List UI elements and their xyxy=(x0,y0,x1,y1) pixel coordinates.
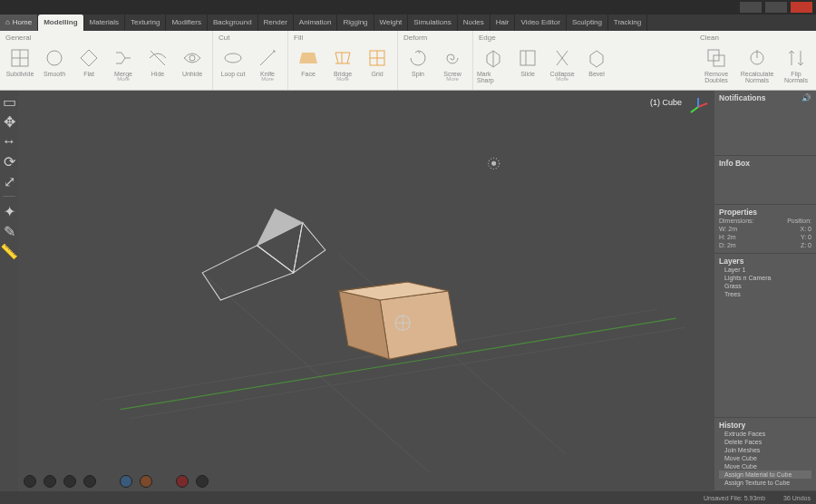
eye-icon xyxy=(180,45,205,71)
group-title: Cut xyxy=(217,33,284,44)
layer-item[interactable]: Trees xyxy=(719,290,811,298)
separator xyxy=(3,196,15,197)
tab-background[interactable]: Background xyxy=(208,15,258,31)
dim-w: W: 2m xyxy=(719,226,737,232)
tab-rigging[interactable]: Rigging xyxy=(337,15,374,31)
pivot-toggle[interactable] xyxy=(140,475,152,488)
bevel-button[interactable]: Bevel xyxy=(580,44,613,77)
grid-button[interactable]: Grid xyxy=(361,44,393,77)
status-undos: 36 Undos xyxy=(783,495,811,501)
shading-mode-2[interactable] xyxy=(44,475,56,488)
window-close-button[interactable] xyxy=(791,2,812,13)
layer-item[interactable]: Layer 1 xyxy=(719,266,811,274)
tab-home[interactable]: ⌂ Home xyxy=(0,15,38,31)
ribbon-group-fill: Fill Face BridgeMore Grid xyxy=(287,31,397,90)
move-tool[interactable]: ↔ xyxy=(2,134,16,149)
ribbon-group-deform: Deform Spin ScrewMore xyxy=(397,31,472,90)
history-item[interactable]: Assign Material to Cube xyxy=(719,470,811,479)
cursor-tool[interactable]: ✥ xyxy=(2,114,16,129)
history-item[interactable]: Delete Faces xyxy=(719,438,811,446)
select-tool[interactable]: ▭ xyxy=(2,94,16,109)
spin-button[interactable]: Spin xyxy=(402,44,434,77)
slide-icon xyxy=(515,45,540,71)
slide-button[interactable]: Slide xyxy=(511,44,544,77)
pos-label: Position: xyxy=(787,218,811,224)
layer-item[interactable]: Grass xyxy=(719,282,811,290)
lamp-object[interactable] xyxy=(489,158,500,169)
measure-tool[interactable]: 📏 xyxy=(2,244,16,258)
rotate-tool[interactable]: ⟳ xyxy=(2,154,16,169)
grid-icon xyxy=(364,45,390,71)
flip-normals-button[interactable]: Flip Normals xyxy=(780,44,812,83)
tab-label: Texturing xyxy=(131,18,160,26)
shading-mode-1[interactable] xyxy=(24,475,36,488)
recalculate-normals-button[interactable]: Recalculate Normals xyxy=(736,44,778,83)
scale-tool[interactable]: ⤢ xyxy=(2,174,16,189)
tab-render[interactable]: Render xyxy=(258,15,294,31)
history-item[interactable]: Assign Texture to Cube xyxy=(719,479,811,487)
history-item[interactable]: Move Cube xyxy=(719,462,811,470)
screw-button[interactable]: ScrewMore xyxy=(436,44,469,82)
btn-label: Smooth xyxy=(44,71,65,77)
tab-modifiers[interactable]: Modifiers xyxy=(166,15,207,31)
btn-label: Recalculate Normals xyxy=(736,71,778,83)
overlay-toggle[interactable] xyxy=(120,475,132,488)
loopcut-button[interactable]: Loop cut xyxy=(217,44,249,77)
proportional-toggle[interactable] xyxy=(196,475,209,488)
collapse-button[interactable]: CollapseMore xyxy=(546,44,578,82)
shading-mode-3[interactable] xyxy=(63,475,76,488)
tab-nodes[interactable]: Nodes xyxy=(458,15,491,31)
infobox-panel: Info Box xyxy=(714,156,816,205)
face-button[interactable]: Face xyxy=(292,44,325,77)
tab-weight[interactable]: Weight xyxy=(374,15,409,31)
tab-animation[interactable]: Animation xyxy=(294,15,338,31)
more-label: More xyxy=(117,76,130,82)
marksharp-button[interactable]: Mark Sharp xyxy=(477,44,510,83)
tab-video-editor[interactable]: Video Editor xyxy=(515,15,566,31)
tab-materials[interactable]: Materials xyxy=(84,15,125,31)
tab-hair[interactable]: Hair xyxy=(491,15,516,31)
svg-point-3 xyxy=(47,51,62,65)
tab-label: Video Editor xyxy=(520,18,559,26)
tab-sculpting[interactable]: Sculpting xyxy=(567,15,608,31)
sound-icon[interactable]: 🔊 xyxy=(801,93,811,102)
flat-sphere-icon xyxy=(76,45,102,71)
snap-toggle[interactable] xyxy=(176,475,189,488)
transform-tool[interactable]: ✦ xyxy=(2,204,16,218)
merge-button[interactable]: MergeMore xyxy=(107,44,140,82)
tab-tracking[interactable]: Tracking xyxy=(608,15,647,31)
ribbon-group-edge: Edge Mark Sharp Slide CollapseMore Bevel xyxy=(472,31,617,90)
panel-title: Info Box xyxy=(719,159,750,168)
tab-label: Modifiers xyxy=(171,18,200,26)
group-title: Fill xyxy=(292,33,393,44)
history-item[interactable]: Move Cube xyxy=(719,454,811,462)
knife-icon xyxy=(255,45,280,71)
tab-simulations[interactable]: Simulations xyxy=(408,15,457,31)
window-maximize-button[interactable] xyxy=(765,2,787,13)
hide-button[interactable]: Hide xyxy=(141,44,174,77)
bridge-button[interactable]: BridgeMore xyxy=(326,44,359,82)
app-window: ⌂ Home Modelling Materials Texturing Mod… xyxy=(0,0,816,504)
annotate-tool[interactable]: ✎ xyxy=(2,224,16,238)
group-title: General xyxy=(4,33,209,44)
smooth-button[interactable]: Smooth xyxy=(38,44,71,77)
transform-gizmo[interactable] xyxy=(395,315,410,330)
knife-button[interactable]: KnifeMore xyxy=(251,44,284,82)
history-item[interactable]: Extrude Faces xyxy=(719,430,811,438)
doubles-icon xyxy=(704,45,729,71)
3d-viewport[interactable]: (1) Cube xyxy=(18,91,714,491)
tab-modelling[interactable]: Modelling xyxy=(38,15,83,31)
flat-button[interactable]: Flat xyxy=(73,44,105,77)
layer-item[interactable]: Lights n Camera xyxy=(719,274,811,282)
btn-label: Flip Normals xyxy=(780,71,812,83)
tab-texturing[interactable]: Texturing xyxy=(125,15,166,31)
history-item[interactable]: Join Meshes xyxy=(719,446,811,454)
subdivide-button[interactable]: Subdivide xyxy=(4,44,36,77)
cube-object[interactable] xyxy=(339,282,458,359)
shading-mode-4[interactable] xyxy=(83,475,96,488)
camera-object[interactable] xyxy=(202,209,325,300)
window-minimize-button[interactable] xyxy=(740,2,762,13)
pos-z: Z: 0 xyxy=(801,242,811,248)
unhide-button[interactable]: Unhide xyxy=(176,44,209,77)
remove-doubles-button[interactable]: Remove Doubles xyxy=(698,44,734,83)
